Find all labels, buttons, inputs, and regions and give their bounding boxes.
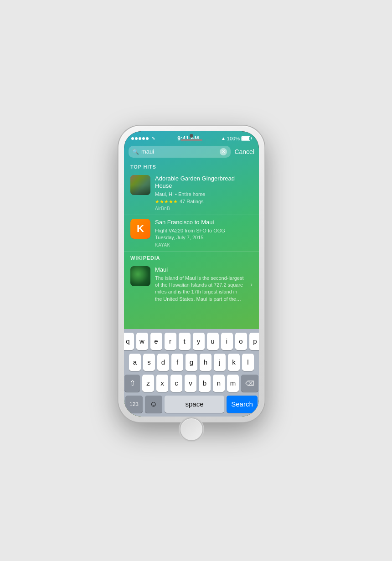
phone-mockup: ∿ 9:41 AM ▲ 100% [119,126,273,436]
wiki-chevron-right-icon: › [250,281,253,288]
shift-key[interactable]: ⇧ [124,375,140,392]
results-area: TOP HITS Adorable Garden Gingerbread Hou… [124,160,259,329]
keyboard-row-3: ⇧ z x c v b n m ⌫ [125,375,258,392]
signal-dot-2 [135,137,138,140]
key-z[interactable]: z [142,375,154,392]
airbnb-content: Adorable Garden Gingerbread House Maui, … [155,175,253,211]
search-query-text[interactable]: maui [141,148,217,155]
front-camera [190,134,193,138]
wiki-island-image [130,266,150,286]
airbnb-source: AirBnB [155,206,253,211]
battery-percent: 100% [227,136,240,141]
key-h[interactable]: h [200,354,211,371]
key-f[interactable]: f [171,354,183,371]
emoji-key[interactable]: ☺ [145,396,162,413]
signal-dot-4 [142,137,145,140]
result-item-kayak[interactable]: K San Francisco to Maui Flight VA220 fro… [124,215,259,252]
key-b[interactable]: b [199,375,211,392]
keyboard-bottom-row: 123 ☺ space Search [125,396,258,413]
airbnb-thumbnail [130,175,150,195]
keyboard-row-1: q w e r t y u i o p [125,333,258,350]
kayak-content: San Francisco to Maui Flight VA220 from … [155,219,253,247]
key-i[interactable]: i [221,333,233,350]
search-clear-button[interactable]: ✕ [220,148,227,155]
home-button[interactable] [180,417,203,441]
wiki-title: Maui [155,266,244,274]
key-v[interactable]: v [185,375,196,392]
key-k[interactable]: k [228,354,240,371]
space-key[interactable]: space [165,396,224,413]
delete-key[interactable]: ⌫ [241,375,258,392]
key-w[interactable]: w [136,333,148,350]
speaker-grille [181,139,202,141]
key-y[interactable]: y [193,333,205,350]
signal-dot-1 [131,137,134,140]
key-j[interactable]: j [214,354,226,371]
screen-content: ∿ 9:41 AM ▲ 100% [124,131,259,417]
key-x[interactable]: x [156,375,168,392]
key-u[interactable]: u [207,333,219,350]
kayak-app-icon: K [130,219,150,239]
signal-dot-5 [146,137,149,140]
search-input-wrap[interactable]: 🔍 maui ✕ [129,146,231,158]
location-arrow-icon: ▲ [221,136,226,141]
kayak-source: KAYAK [155,242,253,247]
kayak-flight: Flight VA220 from SFO to OGG [155,227,253,234]
keyboard: q w e r t y u i o p a s [124,329,259,417]
phone-frame: ∿ 9:41 AM ▲ 100% [119,126,264,422]
status-right: ▲ 100% [221,136,252,141]
key-a[interactable]: a [129,354,141,371]
result-item-wikipedia[interactable]: Maui The island of Maui is the second-la… [124,262,259,306]
signal-dot-3 [139,137,141,140]
battery-icon [241,136,252,141]
key-p[interactable]: p [249,333,259,350]
battery-body [241,136,250,141]
key-o[interactable]: o [235,333,247,350]
section-header-wikipedia: WIKIPEDIA [124,252,259,262]
result-item-airbnb[interactable]: Adorable Garden Gingerbread House Maui, … [124,171,259,216]
key-n[interactable]: n [213,375,225,392]
key-d[interactable]: d [157,354,169,371]
airbnb-title: Adorable Garden Gingerbread House [155,175,253,190]
key-s[interactable]: s [143,354,155,371]
key-r[interactable]: r [165,333,176,350]
section-header-top-hits: TOP HITS [124,160,259,171]
key-l[interactable]: l [242,354,254,371]
search-key[interactable]: Search [227,396,258,413]
search-bar-row: 🔍 maui ✕ Cancel [124,144,259,160]
key-t[interactable]: t [179,333,191,350]
wiki-thumbnail [130,266,150,286]
battery-fill [242,137,249,140]
cancel-button[interactable]: Cancel [234,148,254,155]
key-g[interactable]: g [186,354,197,371]
airbnb-location: Maui, HI • Entire home [155,191,253,198]
key-m[interactable]: m [227,375,239,392]
battery-tip [251,137,252,139]
key-q[interactable]: q [124,333,134,350]
kayak-title: San Francisco to Maui [155,219,253,226]
wiki-description: The island of Maui is the second-largest… [155,275,244,303]
airbnb-ratings: 47 Ratings [180,198,204,205]
keyboard-row-2: a s d f g h j k l [125,354,258,371]
key-c[interactable]: c [170,375,182,392]
kayak-date: Tuesday, July 7, 2015 [155,234,253,241]
airbnb-stars: ★★★★★ [155,199,178,205]
phone-screen: ∿ 9:41 AM ▲ 100% [124,131,259,417]
wiki-content: Maui The island of Maui is the second-la… [155,266,244,303]
numbers-key[interactable]: 123 [125,396,143,413]
signal-area: ∿ [131,135,155,141]
key-e[interactable]: e [150,333,162,350]
kayak-thumbnail: K [130,219,150,239]
airbnb-house-image [130,175,150,195]
wifi-icon: ∿ [151,135,155,141]
search-magnify-icon: 🔍 [132,149,139,155]
